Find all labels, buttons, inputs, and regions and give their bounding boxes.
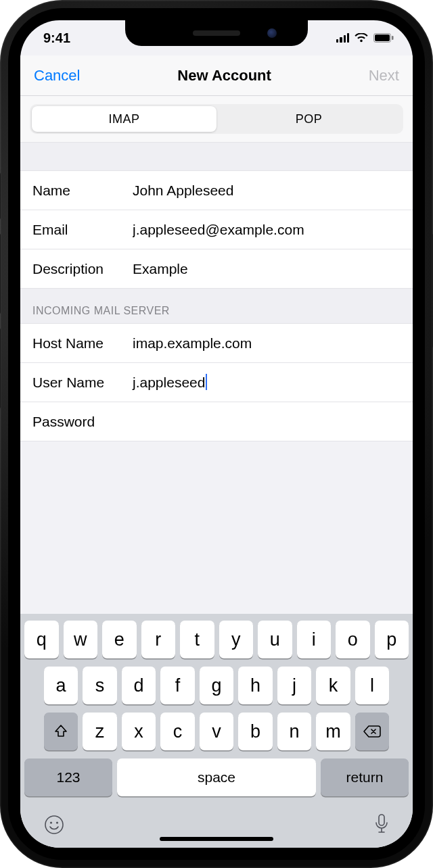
- battery-icon: [373, 33, 394, 43]
- wifi-icon: [355, 33, 368, 43]
- keyboard: qwertyuiop asdfghjkl zxcvbnm 123 space r…: [20, 614, 413, 848]
- description-label: Description: [32, 261, 133, 277]
- keyboard-row-2: asdfghjkl: [24, 667, 409, 704]
- email-label: Email: [32, 222, 133, 238]
- key-r[interactable]: r: [141, 621, 176, 658]
- svg-point-3: [45, 816, 63, 834]
- key-h[interactable]: h: [238, 667, 273, 704]
- key-f[interactable]: f: [160, 667, 195, 704]
- keyboard-row-4: 123 space return: [24, 758, 409, 796]
- segment-pop[interactable]: POP: [216, 106, 401, 132]
- key-x[interactable]: x: [122, 713, 156, 750]
- key-q[interactable]: q: [24, 621, 59, 658]
- front-camera: [267, 28, 277, 38]
- protocol-segmented-wrap: IMAP POP: [20, 96, 413, 143]
- key-i[interactable]: i: [297, 621, 332, 658]
- svg-point-5: [56, 821, 58, 823]
- volume-up-button: [0, 233, 1, 314]
- screen: 9:41 Cancel New Account Next: [20, 20, 413, 848]
- svg-rect-1: [375, 34, 390, 41]
- bezel: 9:41 Cancel New Account Next: [8, 8, 425, 860]
- key-l[interactable]: l: [355, 667, 390, 704]
- host-row[interactable]: Host Name: [20, 324, 413, 363]
- password-label: Password: [32, 414, 133, 430]
- cellular-icon: [336, 33, 349, 43]
- email-row[interactable]: Email: [20, 210, 413, 249]
- password-field[interactable]: [133, 414, 401, 430]
- next-button[interactable]: Next: [369, 67, 399, 85]
- nav-bar: Cancel New Account Next: [20, 55, 413, 96]
- key-g[interactable]: g: [200, 667, 234, 704]
- key-t[interactable]: t: [180, 621, 214, 658]
- incoming-header: INCOMING MAIL SERVER: [20, 289, 413, 324]
- description-field[interactable]: [133, 261, 401, 277]
- key-c[interactable]: c: [160, 713, 195, 750]
- host-field[interactable]: [133, 335, 401, 352]
- svg-rect-6: [379, 815, 384, 825]
- key-z[interactable]: z: [83, 713, 117, 750]
- space-key[interactable]: space: [117, 758, 316, 796]
- key-n[interactable]: n: [277, 713, 312, 750]
- key-j[interactable]: j: [277, 667, 312, 704]
- keyboard-footer: [24, 804, 409, 848]
- notch: [125, 20, 308, 46]
- key-s[interactable]: s: [83, 667, 117, 704]
- name-field[interactable]: [133, 183, 401, 199]
- key-o[interactable]: o: [336, 621, 370, 658]
- speaker-grille: [193, 30, 240, 36]
- return-key[interactable]: return: [321, 758, 409, 796]
- key-e[interactable]: e: [102, 621, 137, 658]
- keyboard-row-3: zxcvbnm: [24, 713, 409, 750]
- key-v[interactable]: v: [200, 713, 234, 750]
- key-b[interactable]: b: [238, 713, 273, 750]
- key-d[interactable]: d: [122, 667, 156, 704]
- emoji-icon[interactable]: [43, 814, 65, 836]
- user-field[interactable]: j.appleseed: [133, 374, 401, 391]
- key-m[interactable]: m: [316, 713, 350, 750]
- svg-point-4: [50, 821, 52, 823]
- backspace-key[interactable]: [355, 713, 390, 750]
- numbers-key[interactable]: 123: [24, 758, 112, 796]
- incoming-group: Host Name User Name j.appleseed Password: [20, 324, 413, 441]
- phone-frame: 9:41 Cancel New Account Next: [0, 0, 433, 868]
- keyboard-row-1: qwertyuiop: [24, 621, 409, 658]
- page-title: New Account: [177, 67, 271, 85]
- protocol-segmented[interactable]: IMAP POP: [30, 104, 403, 134]
- host-label: Host Name: [32, 335, 133, 352]
- home-indicator[interactable]: [160, 837, 273, 841]
- description-row[interactable]: Description: [20, 249, 413, 289]
- key-u[interactable]: u: [258, 621, 292, 658]
- user-label: User Name: [32, 375, 133, 391]
- content: IMAP POP Name Email De: [20, 96, 413, 441]
- key-p[interactable]: p: [375, 621, 409, 658]
- key-k[interactable]: k: [316, 667, 350, 704]
- email-field[interactable]: [133, 222, 401, 238]
- name-row[interactable]: Name: [20, 171, 413, 210]
- user-row[interactable]: User Name j.appleseed: [20, 363, 413, 402]
- svg-rect-2: [392, 36, 394, 40]
- shift-key[interactable]: [44, 713, 78, 750]
- text-cursor: [206, 374, 207, 390]
- cancel-button[interactable]: Cancel: [34, 67, 80, 85]
- dictation-icon[interactable]: [373, 813, 390, 836]
- key-w[interactable]: w: [64, 621, 98, 658]
- account-group: Name Email Description: [20, 171, 413, 289]
- section-spacer: [20, 143, 413, 171]
- status-time: 9:41: [43, 30, 70, 46]
- password-row[interactable]: Password: [20, 402, 413, 441]
- key-a[interactable]: a: [44, 667, 78, 704]
- key-y[interactable]: y: [219, 621, 254, 658]
- segment-imap[interactable]: IMAP: [32, 106, 216, 132]
- name-label: Name: [32, 183, 133, 199]
- volume-down-button: [0, 328, 1, 409]
- ringer-switch: [0, 172, 1, 220]
